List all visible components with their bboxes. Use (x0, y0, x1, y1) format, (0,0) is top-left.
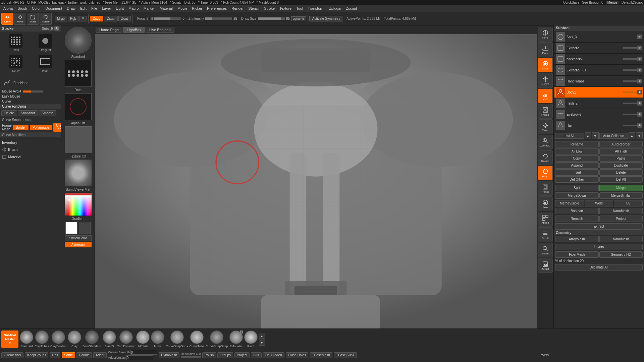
double-btn[interactable]: Double (76, 352, 92, 358)
zsub-btn[interactable]: Zsub (104, 16, 117, 21)
menu-texture[interactable]: Texture (277, 6, 293, 11)
curves-strength-input[interactable] (130, 350, 157, 355)
solo-btn[interactable]: S Solo (538, 196, 553, 211)
lazy-mouse-row[interactable]: Lazy Mouse (0, 94, 61, 99)
brush-scroll-down[interactable]: ▼ (259, 340, 265, 346)
hair-vis-icon[interactable]: 👁 (637, 123, 642, 128)
list-all-arrow-up[interactable]: ▲ (585, 132, 591, 139)
resolution-slider[interactable] (181, 356, 201, 358)
menu-transform[interactable]: Transform (306, 6, 326, 11)
all-low-btn[interactable]: All Low (555, 148, 599, 155)
polyf-btn[interactable]: Polyf (538, 166, 553, 180)
merge-visible-btn[interactable]: MergeVisible (555, 200, 584, 206)
merge-down-btn[interactable]: MergeDown (555, 192, 599, 199)
menu-light[interactable]: Light (114, 6, 126, 11)
rotate-btn[interactable]: Rotate (40, 13, 52, 25)
tab-home-page[interactable]: Home Page (96, 27, 122, 33)
lsym-btn[interactable]: L.Sym (538, 73, 553, 88)
mouse-avg-slider[interactable] (23, 90, 43, 93)
nanomesh2-btn[interactable]: NanoMesh (599, 236, 643, 242)
zcut-btn[interactable]: Zcut (118, 16, 131, 21)
tab-live-boolean[interactable]: Live Boolean (146, 27, 174, 33)
move-3d-btn[interactable]: Move (538, 119, 553, 134)
del-hidden-btn[interactable]: Del Hidden (263, 352, 284, 358)
freehand-item[interactable]: FreeHand (0, 77, 61, 89)
color-gradient[interactable] (65, 195, 92, 216)
ash2-vis-icon[interactable]: 👁 (637, 101, 642, 106)
extract2-vis-icon[interactable]: 👁 (637, 46, 642, 50)
close-holes-btn[interactable]: Close Holes (286, 352, 309, 358)
snapshot-btn[interactable]: Snapshot (18, 110, 38, 116)
adapt-btn[interactable]: Adapt (93, 352, 107, 358)
brush-move-bottom[interactable]: Move (151, 330, 164, 348)
subtool-extract2[interactable]: Extract2 👁 (554, 43, 643, 54)
default-zscript-btn[interactable]: DefaultZScript (622, 1, 643, 4)
subtool-hair[interactable]: Hair 👁 (554, 120, 643, 131)
nanomesh-btn[interactable]: NanoMesh (599, 208, 643, 214)
del-other-btn[interactable]: Del Other (555, 176, 599, 183)
texture-off-preview[interactable] (65, 126, 92, 153)
menu-file[interactable]: File (89, 6, 99, 11)
eyebrows-vis-icon[interactable]: 👁 (637, 112, 642, 117)
paste-btn[interactable]: Paste (599, 155, 643, 162)
rgb-btn[interactable]: Rgb (68, 16, 78, 21)
menu-brush[interactable]: Brush (15, 6, 29, 11)
scroll-btn[interactable]: Scroll (538, 227, 553, 242)
brush-claybuildup[interactable]: ClayBuildup (50, 330, 66, 348)
activate-symmetry-btn[interactable]: Activate Symmetry (309, 16, 343, 21)
xyz-btn[interactable]: XYZ (538, 88, 553, 103)
project-bot-btn[interactable]: Project (234, 352, 250, 358)
duplicate-btn[interactable]: Duplicate (599, 162, 643, 169)
subtool-extract27[interactable]: Extract27_01 👁 (554, 65, 643, 76)
tab-lightbox[interactable]: LightBox (123, 27, 145, 33)
brush-dragdot[interactable]: DragDot (31, 33, 60, 53)
menu-draw[interactable]: Draw (65, 6, 77, 11)
del-all-btn[interactable]: Del All (599, 176, 643, 183)
zoom-btn[interactable]: Zoom (538, 243, 553, 257)
adaptive-size-input[interactable] (126, 355, 153, 360)
layers-btn[interactable]: Layers (555, 244, 643, 250)
brush-slash3[interactable]: Slash3 (103, 330, 116, 348)
eyebrows-slider[interactable] (623, 114, 637, 115)
see-through-btn[interactable]: See-through 0 (582, 1, 603, 4)
perp-btn[interactable]: Perp (538, 27, 553, 42)
auto-collapse-arrow-up[interactable]: ▲ (629, 132, 635, 139)
copy-btn[interactable]: Copy (555, 155, 599, 162)
backpack2-slider[interactable] (623, 58, 637, 60)
subtool-eyebrows[interactable]: Eyebrows 👁 (554, 109, 643, 120)
xpose-btn[interactable]: Xpose (538, 212, 553, 227)
ash2-slider[interactable] (623, 103, 637, 104)
all-high-btn[interactable]: AII High (599, 148, 643, 155)
half-btn[interactable]: Half (50, 352, 60, 358)
menu-stroke[interactable]: Stroke (262, 6, 277, 11)
curve-modifiers-title[interactable]: Curve Modifiers (0, 132, 61, 137)
zoom3d-btn[interactable]: Zoom3D (538, 135, 553, 149)
spix3-vis-icon[interactable]: 👁 (637, 35, 642, 39)
polygroups-btn[interactable]: Polygroups (30, 125, 52, 130)
extract27-slider[interactable] (623, 69, 637, 71)
decimate-all-btn[interactable]: Decimate All (555, 264, 643, 270)
hair-slider[interactable] (623, 125, 637, 126)
hand-wraps-vis-icon[interactable]: 👁 (637, 79, 642, 83)
brush-curvetube[interactable]: CurveTube (190, 330, 204, 348)
menu-marker[interactable]: Marker (142, 6, 157, 11)
menu-stencil[interactable]: Stencil (246, 6, 261, 11)
color-bar[interactable] (65, 193, 92, 195)
rename-btn[interactable]: Rename (555, 141, 599, 147)
rotate-3d-btn[interactable]: Rotate (538, 150, 553, 165)
tpose-subt-btn[interactable]: TPose|SubT (334, 352, 357, 358)
auto-reorder-btn[interactable]: AutoReorder (599, 141, 643, 147)
brush-claytubes[interactable]: ClayTubes (35, 330, 49, 348)
brush-dots[interactable]: Dots (1, 33, 30, 53)
hand-wraps-slider[interactable] (623, 80, 637, 82)
material-row-item[interactable]: Material (0, 153, 61, 161)
delete-subtool-btn[interactable]: Delete (599, 169, 643, 176)
delete-btn[interactable]: Delete (1, 110, 17, 116)
brush-paint[interactable]: Paint (244, 330, 258, 348)
menu-macro[interactable]: Macro (126, 6, 141, 11)
curve-row[interactable]: Curve (0, 99, 61, 104)
frame-btn[interactable]: Frame (538, 104, 553, 119)
subtool-backpack2[interactable]: backpack2 👁 (554, 54, 643, 65)
geometry-hd-btn[interactable]: Geometry HD (599, 251, 643, 258)
smooth-btn[interactable]: Smooth (39, 110, 56, 116)
